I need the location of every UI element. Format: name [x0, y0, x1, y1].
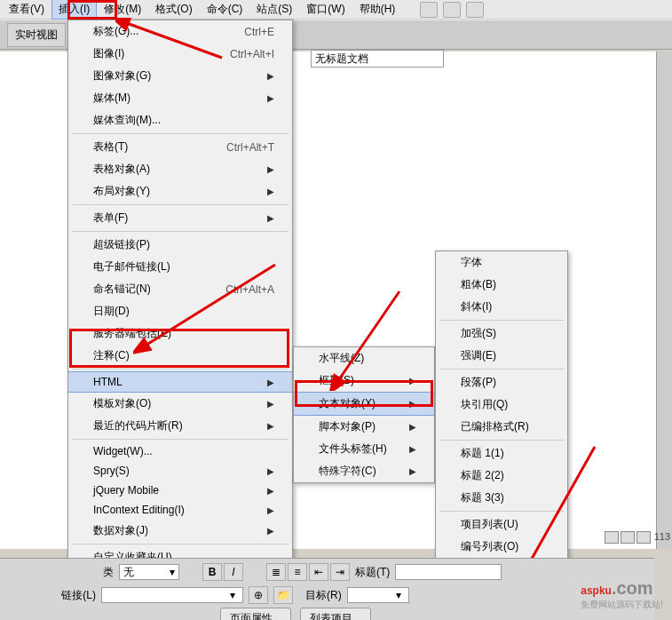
document-title-input[interactable]: 无标题文档 — [311, 50, 444, 68]
menu-item[interactable]: 媒体查询(M)... — [68, 109, 292, 131]
menu-item[interactable]: 标题 1(1) — [436, 442, 567, 465]
toolbar-icon-1[interactable] — [420, 2, 438, 18]
menu-item[interactable]: 框架(S)▶ — [294, 370, 434, 392]
submenu-arrow-icon: ▶ — [267, 505, 274, 515]
insert-menu-dropdown[interactable]: 标签(G)...Ctrl+E图像(I)Ctrl+Alt+I图像对象(G)▶媒体(… — [67, 20, 293, 592]
indent-button[interactable]: ⇥ — [330, 563, 350, 581]
menu-window[interactable]: 窗口(W) — [299, 0, 352, 20]
submenu-arrow-icon: ▶ — [267, 486, 274, 496]
menu-item[interactable]: 段落(P) — [436, 371, 567, 393]
submenu-arrow-icon: ▶ — [267, 93, 274, 103]
menu-item[interactable]: 水平线(Z) — [294, 347, 434, 370]
menu-item[interactable]: 标题 3(3) — [436, 487, 567, 509]
menu-item[interactable]: 字体 — [436, 251, 567, 274]
menu-item[interactable]: 数据对象(J)▶ — [68, 520, 292, 542]
menu-item[interactable]: 超级链接(P) — [68, 234, 292, 256]
submenu-arrow-icon: ▶ — [409, 422, 416, 432]
menu-separator — [72, 439, 289, 440]
menu-item[interactable]: 表单(F)▶ — [68, 207, 292, 229]
status-icon-3[interactable] — [636, 531, 651, 544]
menu-item-label: 图像(I) — [93, 46, 124, 61]
menu-item[interactable]: 表格(T)Ctrl+Alt+T — [68, 136, 292, 158]
menu-item[interactable]: 特殊字符(C)▶ — [294, 460, 434, 482]
menu-separator — [439, 440, 564, 441]
menu-site[interactable]: 站点(S) — [249, 0, 299, 20]
menu-item-label: 表格对象(A) — [93, 162, 150, 177]
bold-button[interactable]: B — [202, 563, 222, 581]
menu-item[interactable]: 编号列表(O) — [436, 536, 567, 558]
ol-button[interactable]: ≡ — [288, 563, 307, 581]
document-title-text: 无标题文档 — [315, 52, 368, 67]
submenu-arrow-icon: ▶ — [409, 399, 416, 409]
submenu-arrow-icon: ▶ — [267, 526, 274, 536]
menu-item[interactable]: 加强(S) — [436, 322, 567, 345]
link-input[interactable]: ▾ — [101, 587, 243, 603]
toolbar-icon-2[interactable] — [443, 2, 461, 18]
menu-item[interactable]: 日期(D) — [68, 300, 292, 322]
menu-separator — [439, 511, 564, 512]
link-folder-button[interactable]: 📁 — [273, 586, 293, 604]
menu-item[interactable]: 图像(I)Ctrl+Alt+I — [68, 43, 292, 65]
menu-item-label: 特殊字符(C) — [319, 464, 376, 479]
menu-item-label: 标签(G)... — [93, 24, 138, 39]
menu-item[interactable]: 标题 2(2) — [436, 465, 567, 487]
menu-item[interactable]: 已编排格式(R) — [436, 416, 567, 438]
menu-item[interactable]: 块引用(Q) — [436, 393, 567, 416]
zoom-label: 113 — [654, 531, 670, 544]
menu-insert[interactable]: 插入(I) — [51, 0, 97, 20]
toolbar-icon-3[interactable] — [466, 2, 484, 18]
menu-item[interactable]: Spry(S)▶ — [68, 461, 292, 481]
menu-item[interactable]: 最近的代码片断(R)▶ — [68, 415, 292, 437]
status-icon-2[interactable] — [621, 531, 635, 544]
menu-item[interactable]: Widget(W)... — [68, 441, 292, 461]
menu-item-shortcut: Ctrl+Alt+A — [225, 283, 274, 296]
menu-item[interactable]: 强调(E) — [436, 345, 567, 367]
menu-item-label: 脚本对象(P) — [319, 419, 376, 434]
menu-item-label: HTML — [93, 376, 123, 388]
page-properties-button[interactable]: 页面属性... — [220, 608, 291, 621]
menu-item[interactable]: 命名锚记(N)Ctrl+Alt+A — [68, 278, 292, 300]
menu-modify[interactable]: 修改(M) — [97, 0, 148, 20]
menu-item[interactable]: InContext Editing(I)▶ — [68, 500, 292, 520]
menu-item[interactable]: 注释(C) — [68, 345, 292, 367]
ul-button[interactable]: ≣ — [266, 563, 286, 581]
menu-command[interactable]: 命令(C) — [200, 0, 250, 20]
submenu-arrow-icon: ▶ — [267, 164, 274, 174]
menu-item-label: 媒体查询(M)... — [93, 113, 161, 128]
class-select[interactable]: 无▾ — [119, 564, 179, 580]
menu-item[interactable]: 服务器端包括(E) — [68, 322, 292, 345]
submenu-arrow-icon: ▶ — [267, 71, 274, 81]
menu-item[interactable]: 项目列表(U) — [436, 513, 567, 536]
menu-item[interactable]: 媒体(M)▶ — [68, 87, 292, 109]
list-item-button[interactable]: 列表项目... — [300, 608, 371, 621]
menu-item-label: 文本对象(X) — [319, 396, 376, 411]
menu-item[interactable]: 布局对象(Y)▶ — [68, 180, 292, 203]
status-icon-1[interactable] — [605, 531, 619, 544]
menu-item-label: 块引用(Q) — [461, 397, 508, 412]
menu-item-shortcut: Ctrl+Alt+I — [230, 48, 274, 60]
menu-help[interactable]: 帮助(H) — [352, 0, 403, 20]
menu-item[interactable]: HTML▶ — [68, 371, 292, 393]
menu-item[interactable]: 标签(G)...Ctrl+E — [68, 20, 292, 43]
menu-item[interactable]: 表格对象(A)▶ — [68, 158, 292, 180]
html-submenu-dropdown[interactable]: 水平线(Z)框架(S)▶文本对象(X)▶脚本对象(P)▶文件头标签(H)▶特殊字… — [293, 346, 435, 483]
menu-item[interactable]: 粗体(B) — [436, 274, 567, 296]
menu-item[interactable]: 文件头标签(H)▶ — [294, 438, 434, 460]
target-select[interactable]: ▾ — [347, 587, 409, 603]
menu-item[interactable]: 脚本对象(P)▶ — [294, 416, 434, 438]
italic-button[interactable]: I — [224, 563, 243, 581]
menu-item[interactable]: 文本对象(X)▶ — [294, 392, 434, 416]
outdent-button[interactable]: ⇤ — [309, 563, 328, 581]
menu-item[interactable]: 电子邮件链接(L) — [68, 256, 292, 278]
realtime-view-button[interactable]: 实时视图 — [7, 23, 66, 47]
menu-item[interactable]: 模板对象(O)▶ — [68, 393, 292, 415]
menu-item[interactable]: jQuery Mobile▶ — [68, 481, 292, 500]
menu-item-label: 标题 2(2) — [461, 468, 504, 483]
menu-format[interactable]: 格式(O) — [148, 0, 199, 20]
link-browse-button[interactable]: ⊕ — [249, 586, 268, 604]
menu-view[interactable]: 查看(V) — [2, 0, 51, 20]
menu-item[interactable]: 图像对象(G)▶ — [68, 65, 292, 87]
menu-item-label: 水平线(Z) — [319, 351, 364, 366]
title-field-input[interactable] — [395, 564, 502, 580]
menu-item[interactable]: 斜体(I) — [436, 296, 567, 318]
